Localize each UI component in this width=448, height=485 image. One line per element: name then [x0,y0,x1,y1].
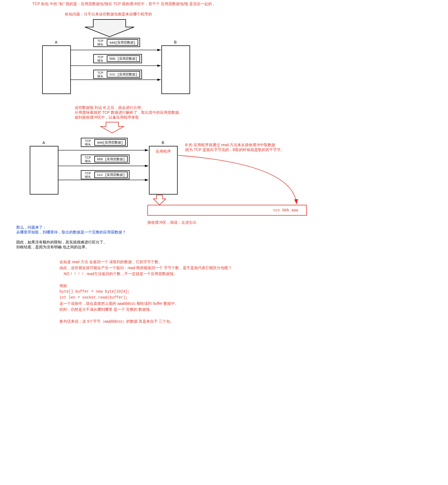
conclusion-block: 因此，如果没有额外的限制，其实就很难进行区分了。 归根结底，是因为没有明确 包之… [16,240,107,250]
arrows-ab-1 [70,45,162,82]
red-arrow-down-2 [153,195,166,205]
title-line-2: 粘包问题：分不出来这些数据包都是来自哪个程序的 [65,12,152,17]
host-a-label-2: A [42,141,45,145]
host-a-box-1 [42,45,71,94]
mid-text: 这些数据报 到达 B 之后，就会进行分用。 分用意味着就把 TCP 数据进行解析… [75,105,183,120]
right-text: B 的 应用程序就通过 read 方法来从接收缓冲中取数据 因为 TCP 是面向… [185,143,284,152]
title-line-1: TCP 粘包 中的 "粘" 指的是：应用层数据包/报在 TCP 接收缓冲区中，若… [32,2,216,6]
arrows-ab-2 [58,145,150,183]
app-label: 应用程序 [156,149,171,154]
buffer-content: ccc bbb aaa [273,208,298,212]
host-a-box-2 [30,146,58,195]
red-arrow-down-1 [100,122,124,133]
host-a-label-1: A [55,40,57,44]
tcp-header-l1: TCP [97,39,103,42]
big-arrow-down-1 [84,19,135,37]
host-b-box-1 [161,45,190,94]
host-b-label-1: B [174,40,177,44]
host-b-label-2: B [162,141,164,145]
bottom-block: 会知道 read 方法 会返回一个 读取到的数据，它的字节个数。 由此，这些朋友… [59,259,232,324]
question-block: 那么，问题来了： 从哪里开始取，到哪里停，取出的数据是一个完整的应用层数据？ [16,225,126,235]
svg-marker-4 [101,122,124,133]
curved-arrow [177,154,312,208]
svg-marker-0 [85,19,134,37]
buffer-caption: 接收缓冲区，假设：左进右出 [147,220,197,225]
svg-marker-8 [153,195,166,205]
